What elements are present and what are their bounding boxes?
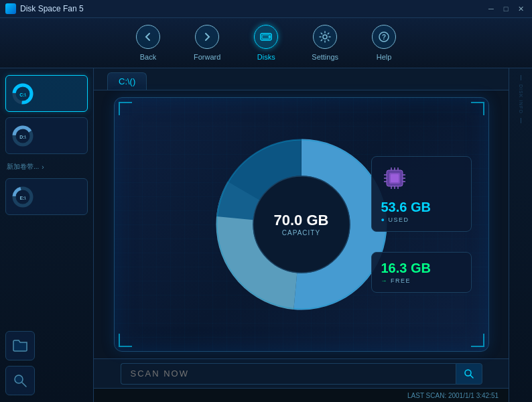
- maximize-button[interactable]: □: [500, 4, 512, 13]
- free-text: FREE: [391, 277, 411, 284]
- corner-decoration-br: [471, 334, 484, 347]
- svg-line-16: [22, 383, 26, 387]
- path-tab[interactable]: C:\(): [107, 72, 147, 90]
- drive-e-chart: E:\: [11, 186, 34, 208]
- svg-text:?: ?: [382, 34, 386, 41]
- toolbar-settings[interactable]: Settings: [312, 25, 338, 61]
- right-decorative-text: DISK INFO: [519, 84, 523, 114]
- capacity-value: 70.0 GB: [274, 212, 329, 229]
- section-header-removable: 新加卷带... ›: [5, 159, 88, 173]
- path-text: C:\(): [119, 76, 135, 86]
- disk-frame: 70.0 GB CAPACITY: [114, 97, 489, 352]
- toolbar: Back Forward Disks Settings: [0, 18, 532, 68]
- donut-center-info: 70.0 GB CAPACITY: [274, 212, 329, 237]
- chip-icon: [381, 165, 408, 192]
- used-text: USED: [388, 216, 409, 223]
- svg-point-3: [323, 35, 327, 39]
- toolbar-help-label: Help: [377, 53, 392, 61]
- scan-button[interactable]: [456, 363, 482, 385]
- used-label: ● USED: [381, 216, 462, 223]
- back-icon: [136, 25, 160, 49]
- toolbar-back[interactable]: Back: [136, 25, 160, 61]
- toolbar-settings-label: Settings: [312, 53, 338, 61]
- help-icon: ?: [372, 25, 396, 49]
- disks-icon: [254, 25, 278, 49]
- titlebar-left: Disk Space Fan 5: [5, 3, 84, 14]
- settings-icon: [313, 25, 337, 49]
- capacity-label: CAPACITY: [274, 229, 329, 237]
- main-area: C:\ D:\ 新加卷带... ›: [0, 68, 532, 402]
- svg-line-40: [470, 375, 473, 378]
- toolbar-disks[interactable]: Disks: [254, 25, 278, 61]
- sidebar-bottom: [5, 331, 88, 395]
- corner-decoration-tr: [471, 102, 484, 115]
- used-info-card: 53.6 GB ● USED: [371, 156, 472, 232]
- toolbar-forward-label: Forward: [194, 53, 220, 61]
- toolbar-disks-label: Disks: [257, 53, 275, 61]
- content-area: C:\(): [94, 68, 509, 402]
- used-dot: ●: [381, 216, 386, 223]
- free-gb-value: 16.3 GB: [381, 261, 462, 276]
- drive-d-chart: D:\: [11, 125, 34, 147]
- right-line-2: [521, 118, 521, 123]
- toolbar-help[interactable]: ? Help: [372, 25, 396, 61]
- scan-input[interactable]: [121, 363, 456, 385]
- forward-icon: [195, 25, 219, 49]
- toolbar-forward[interactable]: Forward: [194, 25, 220, 61]
- sidebar: C:\ D:\ 新加卷带... ›: [0, 68, 94, 402]
- right-panel: DISK INFO: [509, 68, 532, 402]
- app-icon: [5, 3, 16, 14]
- svg-point-15: [15, 375, 23, 383]
- svg-text:D:\: D:\: [19, 135, 25, 139]
- scan-bar: [94, 358, 509, 389]
- free-dot: →: [381, 277, 389, 284]
- app-title: Disk Space Fan 5: [20, 4, 84, 13]
- folder-icon-button[interactable]: [5, 331, 35, 360]
- search-icon-button[interactable]: [5, 366, 35, 395]
- close-button[interactable]: ✕: [515, 4, 527, 13]
- corner-decoration-tl: [119, 102, 132, 115]
- toolbar-back-label: Back: [140, 53, 156, 61]
- drive-item-e[interactable]: E:\: [5, 178, 88, 215]
- drive-item-c[interactable]: C:\: [5, 75, 88, 112]
- path-bar: C:\(): [94, 68, 509, 90]
- titlebar: Disk Space Fan 5 ─ □ ✕: [0, 0, 532, 18]
- donut-chart: 70.0 GB CAPACITY: [214, 137, 389, 312]
- used-gb-value: 53.6 GB: [381, 200, 462, 215]
- svg-text:E:\: E:\: [20, 196, 26, 200]
- status-bar: LAST SCAN: 2001/1/1 3:42:51: [94, 388, 509, 402]
- free-label: → FREE: [381, 277, 462, 284]
- svg-point-2: [269, 36, 271, 38]
- search-icon: [464, 368, 474, 379]
- corner-decoration-bl: [119, 334, 132, 347]
- last-scan-text: LAST SCAN: 2001/1/1 3:42:51: [407, 392, 498, 399]
- drive-c-chart: C:\: [11, 82, 34, 105]
- minimize-button[interactable]: ─: [485, 4, 497, 13]
- right-line-1: [521, 75, 521, 80]
- disk-visualization-area: 70.0 GB CAPACITY: [94, 90, 509, 358]
- window-controls: ─ □ ✕: [485, 4, 527, 13]
- drive-item-d[interactable]: D:\: [5, 117, 88, 154]
- free-info-card: 16.3 GB → FREE: [371, 252, 472, 293]
- disk-info-panel: 53.6 GB ● USED 16.3 GB → FREE: [371, 156, 472, 293]
- svg-rect-26: [391, 174, 399, 182]
- svg-text:C:\: C:\: [19, 92, 25, 97]
